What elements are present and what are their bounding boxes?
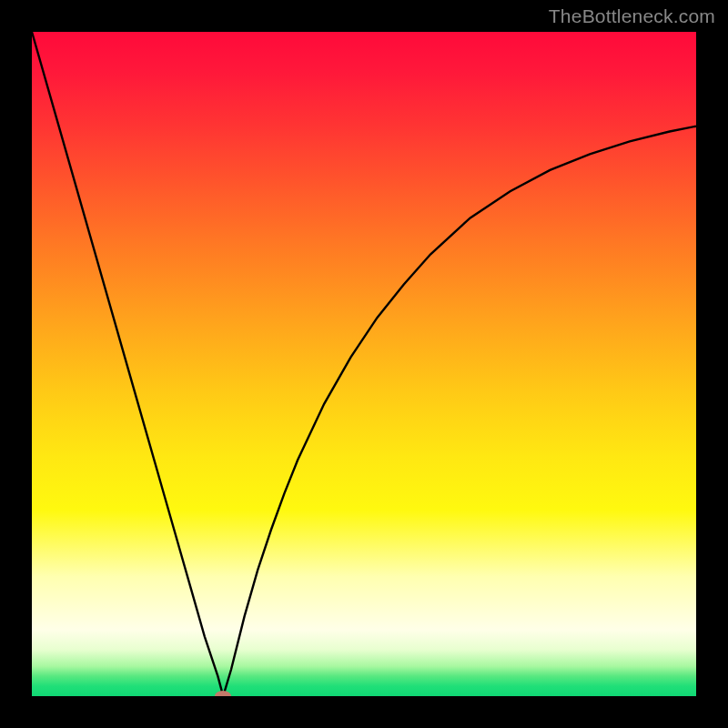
curve-svg bbox=[32, 32, 696, 696]
watermark-text: TheBottleneck.com bbox=[549, 5, 715, 27]
chart-frame: TheBottleneck.com bbox=[0, 0, 728, 728]
plot-area bbox=[32, 32, 696, 696]
bottleneck-curve bbox=[32, 32, 696, 696]
optimal-point-marker bbox=[215, 691, 231, 696]
